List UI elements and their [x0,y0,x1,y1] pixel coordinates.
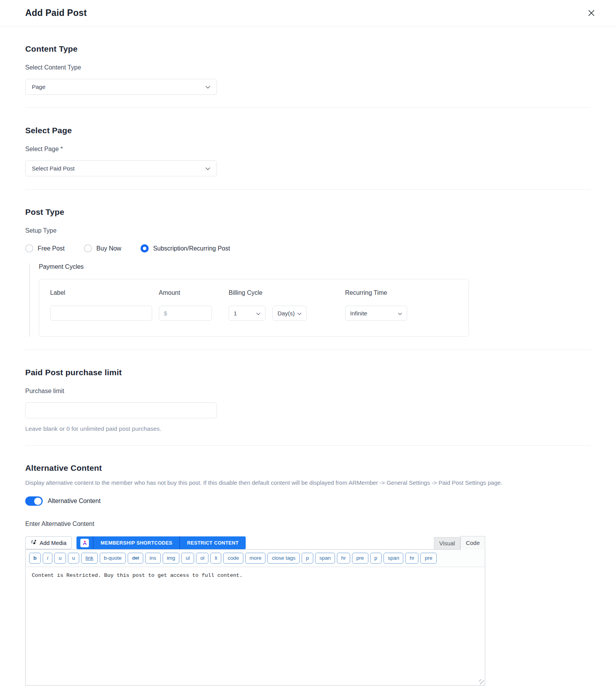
quicktag-p-button[interactable]: p [302,553,313,564]
post-type-heading: Post Type [25,207,591,217]
radio-circle-icon [25,244,33,252]
quicktag-close-tags-button[interactable]: close tags [267,553,300,564]
alternative-content-toggle[interactable] [25,496,43,506]
page-title: Add Paid Post [25,8,87,18]
quicktag-ol-button[interactable]: ol [196,553,209,564]
column-header-recurring-time: Recurring Time [345,289,430,296]
quicktags-toolbar: biuulinkb-quotedelinsimgulollicodemorecl… [26,550,485,567]
content-editor: Add Media MEMBERSHIP SHORTCODES RESTRICT… [25,536,485,686]
membership-shortcodes-button[interactable]: MEMBERSHIP SHORTCODES [93,536,179,549]
select-page-select-value: Select Paid Post [32,165,75,172]
quicktag-more-button[interactable]: more [245,553,266,564]
modal-body: Content Type Select Content Type Page Se… [0,26,616,686]
section-divider [25,108,591,108]
quicktag-p-button[interactable]: p [370,553,382,564]
payment-cycles-panel: Label Amount Billing Cycle Recurring Tim… [39,279,469,337]
column-header-billing-cycle: Billing Cycle [229,289,345,296]
quicktag-del-button[interactable]: del [128,553,143,564]
quicktag-b-button[interactable]: b [29,553,41,564]
quicktag-li-button[interactable]: li [210,553,221,564]
quicktag-span-button[interactable]: span [383,553,403,564]
select-page-select[interactable]: Select Paid Post [25,160,217,176]
radio-label: Buy Now [96,245,121,252]
setup-type-radio-subscription-recurring-post[interactable]: Subscription/Recurring Post [141,244,230,252]
cycle-amount-input[interactable] [159,306,212,321]
radio-label: Subscription/Recurring Post [153,245,230,252]
alternative-content-textarea[interactable]: Content is Restricted. Buy this post to … [26,567,485,685]
shortcode-button-group: MEMBERSHIP SHORTCODES RESTRICT CONTENT [76,536,245,549]
content-type-label: Select Content Type [25,64,591,71]
section-divider [25,189,591,190]
recurring-time-select[interactable]: Infinite [345,306,407,321]
quicktag-span-button[interactable]: span [315,553,335,564]
chevron-down-icon [297,310,302,317]
armember-logo-icon [76,536,93,549]
section-divider [25,350,591,350]
quicktag-img-button[interactable]: img [163,553,180,564]
setup-type-radio-buy-now[interactable]: Buy Now [84,244,121,252]
quicktag-i-button[interactable]: i [43,553,52,564]
select-page-label: Select Page * [25,146,591,153]
setup-type-radio-free-post[interactable]: Free Post [25,244,64,252]
quicktag-code-button[interactable]: code [223,553,243,564]
setup-type-label: Setup Type [25,227,591,234]
editor-mode-tabs: VisualCode [434,536,485,549]
chevron-down-icon [256,310,260,317]
purchase-limit-heading: Paid Post purchase limit [25,368,591,377]
recurring-time-value: Infinite [350,310,367,317]
media-icon [31,539,37,547]
chevron-down-icon [205,165,210,172]
quicktag-link-button[interactable]: link [81,553,97,564]
setup-type-options: Free PostBuy NowSubscription/Recurring P… [25,244,591,252]
payment-cycles-heading: Payment Cycles [39,263,591,270]
radio-circle-icon [84,244,92,252]
purchase-limit-input[interactable] [25,402,217,418]
chevron-down-icon [398,310,402,317]
content-type-select-value: Page [32,84,45,90]
alternative-content-toggle-label: Alternative Content [48,498,101,505]
section-divider [25,445,591,446]
modal-header: Add Paid Post [0,0,616,26]
quicktag-b-quote-button[interactable]: b-quote [100,553,126,564]
quicktag-u-button[interactable]: u [68,553,80,564]
column-header-amount: Amount [159,289,229,296]
add-media-button[interactable]: Add Media [25,536,72,549]
billing-cycle-count-value: 1 [234,310,237,317]
tab-code[interactable]: Code [460,536,485,550]
select-page-heading: Select Page [25,126,591,135]
purchase-limit-hint: Leave blank or 0 for unlimited paid post… [25,425,591,432]
radio-circle-icon [141,244,149,252]
editor-box: biuulinkb-quotedelinsimgulollicodemorecl… [25,549,485,686]
alternative-content-heading: Alternative Content [25,463,591,473]
quicktag-hr-button[interactable]: hr [337,553,350,564]
quicktag-ins-button[interactable]: ins [145,553,160,564]
content-type-heading: Content Type [25,44,591,54]
quicktag-u-button[interactable]: u [54,553,66,564]
close-button[interactable] [585,7,597,19]
enter-alternative-content-label: Enter Alternative Content [25,520,591,527]
subscription-settings: Payment Cycles Label Amount Billing Cycl… [29,263,591,337]
close-icon [588,12,595,18]
quicktag-pre-button[interactable]: pre [352,553,368,564]
column-header-label: Label [50,289,159,296]
cycle-label-input[interactable] [50,306,152,321]
restrict-content-button[interactable]: RESTRICT CONTENT [179,536,246,549]
quicktag-hr-button[interactable]: hr [405,553,418,564]
quicktag-pre-button[interactable]: pre [420,553,437,564]
tab-visual[interactable]: Visual [434,537,461,549]
purchase-limit-label: Purchase limit [25,388,591,395]
quicktag-ul-button[interactable]: ul [181,553,194,564]
radio-label: Free Post [38,245,64,252]
alternative-content-description: Display alternative content to the membe… [25,479,591,486]
toggle-knob [34,498,42,505]
chevron-down-icon [205,84,210,90]
billing-cycle-unit-select[interactable]: Day(s) [272,306,307,321]
billing-cycle-unit-value: Day(s) [278,310,295,317]
add-media-label: Add Media [40,540,66,546]
billing-cycle-count-select[interactable]: 1 [229,306,265,321]
content-type-select[interactable]: Page [25,79,217,95]
